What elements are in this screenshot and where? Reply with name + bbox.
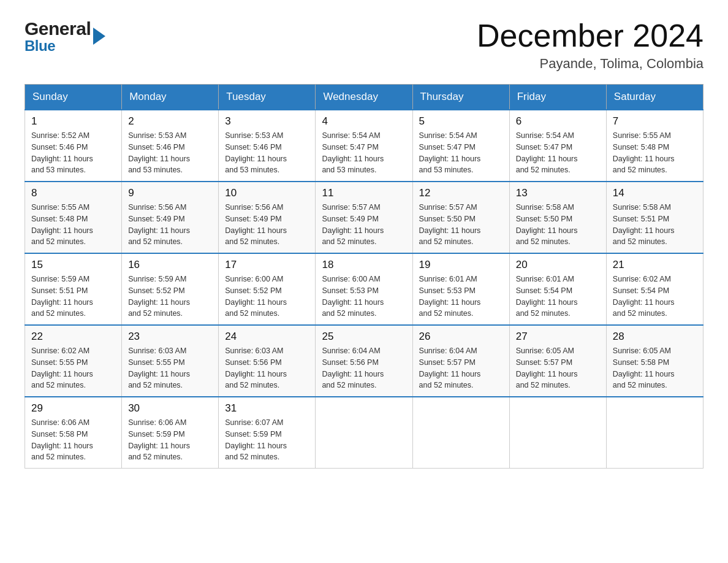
day-number: 8: [31, 187, 115, 199]
day-info: Sunrise: 6:02 AM Sunset: 5:55 PM Dayligh…: [31, 345, 115, 391]
week-row-2: 8 Sunrise: 5:55 AM Sunset: 5:48 PM Dayli…: [25, 182, 703, 253]
table-cell: 26 Sunrise: 6:04 AM Sunset: 5:57 PM Dayl…: [412, 325, 509, 397]
week-row-1: 1 Sunrise: 5:52 AM Sunset: 5:46 PM Dayli…: [25, 110, 703, 182]
day-number: 14: [613, 187, 697, 199]
table-cell: 3 Sunrise: 5:53 AM Sunset: 5:46 PM Dayli…: [219, 110, 316, 182]
day-number: 18: [322, 259, 406, 271]
table-cell: 16 Sunrise: 5:59 AM Sunset: 5:52 PM Dayl…: [122, 253, 219, 325]
table-cell: 30 Sunrise: 6:06 AM Sunset: 5:59 PM Dayl…: [122, 397, 219, 469]
table-cell: 4 Sunrise: 5:54 AM Sunset: 5:47 PM Dayli…: [316, 110, 412, 182]
day-info: Sunrise: 5:59 AM Sunset: 5:52 PM Dayligh…: [128, 274, 212, 320]
day-number: 6: [516, 115, 600, 128]
day-info: Sunrise: 5:54 AM Sunset: 5:47 PM Dayligh…: [516, 130, 600, 176]
day-number: 10: [225, 187, 309, 199]
table-cell: 1 Sunrise: 5:52 AM Sunset: 5:46 PM Dayli…: [25, 110, 122, 182]
logo-arrow-icon: [93, 25, 108, 47]
day-number: 15: [31, 259, 115, 271]
calendar-table: Sunday Monday Tuesday Wednesday Thursday…: [25, 84, 703, 469]
day-number: 21: [613, 259, 697, 271]
day-info: Sunrise: 5:58 AM Sunset: 5:51 PM Dayligh…: [613, 202, 697, 248]
day-number: 2: [128, 115, 212, 128]
table-cell: [606, 397, 703, 469]
day-info: Sunrise: 6:02 AM Sunset: 5:54 PM Dayligh…: [613, 274, 697, 320]
col-header-saturday: Saturday: [606, 85, 703, 110]
day-info: Sunrise: 5:54 AM Sunset: 5:47 PM Dayligh…: [419, 130, 503, 176]
day-number: 17: [225, 259, 309, 271]
day-info: Sunrise: 6:05 AM Sunset: 5:57 PM Dayligh…: [516, 345, 600, 391]
day-info: Sunrise: 5:53 AM Sunset: 5:46 PM Dayligh…: [128, 130, 212, 176]
day-info: Sunrise: 6:03 AM Sunset: 5:56 PM Dayligh…: [225, 345, 309, 391]
header: General Blue December 2024 Payande, Toli…: [25, 18, 703, 72]
col-header-sunday: Sunday: [25, 85, 122, 110]
day-number: 31: [225, 402, 309, 415]
day-number: 7: [613, 115, 697, 128]
day-number: 26: [419, 331, 503, 343]
table-cell: 2 Sunrise: 5:53 AM Sunset: 5:46 PM Dayli…: [122, 110, 219, 182]
day-info: Sunrise: 6:07 AM Sunset: 5:59 PM Dayligh…: [225, 417, 309, 463]
day-number: 25: [322, 331, 406, 343]
table-cell: [316, 397, 412, 469]
page-title: December 2024: [477, 18, 703, 53]
day-info: Sunrise: 5:52 AM Sunset: 5:46 PM Dayligh…: [31, 130, 115, 176]
day-info: Sunrise: 6:00 AM Sunset: 5:53 PM Dayligh…: [322, 274, 406, 320]
table-cell: 14 Sunrise: 5:58 AM Sunset: 5:51 PM Dayl…: [606, 182, 703, 253]
table-cell: 28 Sunrise: 6:05 AM Sunset: 5:58 PM Dayl…: [606, 325, 703, 397]
week-row-5: 29 Sunrise: 6:06 AM Sunset: 5:58 PM Dayl…: [25, 397, 703, 469]
header-row: Sunday Monday Tuesday Wednesday Thursday…: [25, 85, 703, 110]
day-info: Sunrise: 5:56 AM Sunset: 5:49 PM Dayligh…: [128, 202, 212, 248]
day-info: Sunrise: 6:06 AM Sunset: 5:58 PM Dayligh…: [31, 417, 115, 463]
table-cell: 10 Sunrise: 5:56 AM Sunset: 5:49 PM Dayl…: [219, 182, 316, 253]
table-cell: 18 Sunrise: 6:00 AM Sunset: 5:53 PM Dayl…: [316, 253, 412, 325]
col-header-monday: Monday: [122, 85, 219, 110]
day-info: Sunrise: 6:04 AM Sunset: 5:56 PM Dayligh…: [322, 345, 406, 391]
day-number: 11: [322, 187, 406, 199]
table-cell: 21 Sunrise: 6:02 AM Sunset: 5:54 PM Dayl…: [606, 253, 703, 325]
table-cell: 12 Sunrise: 5:57 AM Sunset: 5:50 PM Dayl…: [412, 182, 509, 253]
table-cell: 13 Sunrise: 5:58 AM Sunset: 5:50 PM Dayl…: [509, 182, 606, 253]
table-cell: [412, 397, 509, 469]
day-number: 9: [128, 187, 212, 199]
table-cell: 6 Sunrise: 5:54 AM Sunset: 5:47 PM Dayli…: [509, 110, 606, 182]
week-row-3: 15 Sunrise: 5:59 AM Sunset: 5:51 PM Dayl…: [25, 253, 703, 325]
day-number: 24: [225, 331, 309, 343]
day-info: Sunrise: 6:06 AM Sunset: 5:59 PM Dayligh…: [128, 417, 212, 463]
day-info: Sunrise: 5:57 AM Sunset: 5:49 PM Dayligh…: [322, 202, 406, 248]
day-number: 23: [128, 331, 212, 343]
table-cell: 9 Sunrise: 5:56 AM Sunset: 5:49 PM Dayli…: [122, 182, 219, 253]
day-number: 27: [516, 331, 600, 343]
day-number: 22: [31, 331, 115, 343]
day-info: Sunrise: 6:01 AM Sunset: 5:54 PM Dayligh…: [516, 274, 600, 320]
day-info: Sunrise: 5:59 AM Sunset: 5:51 PM Dayligh…: [31, 274, 115, 320]
table-cell: 11 Sunrise: 5:57 AM Sunset: 5:49 PM Dayl…: [316, 182, 412, 253]
day-info: Sunrise: 6:00 AM Sunset: 5:52 PM Dayligh…: [225, 274, 309, 320]
day-info: Sunrise: 5:56 AM Sunset: 5:49 PM Dayligh…: [225, 202, 309, 248]
day-number: 29: [31, 402, 115, 415]
logo-area: General Blue: [25, 18, 108, 54]
col-header-thursday: Thursday: [412, 85, 509, 110]
day-info: Sunrise: 6:04 AM Sunset: 5:57 PM Dayligh…: [419, 345, 503, 391]
table-cell: 19 Sunrise: 6:01 AM Sunset: 5:53 PM Dayl…: [412, 253, 509, 325]
svg-marker-0: [93, 28, 105, 45]
page-subtitle: Payande, Tolima, Colombia: [477, 56, 703, 72]
day-number: 4: [322, 115, 406, 128]
day-number: 3: [225, 115, 309, 128]
table-cell: 8 Sunrise: 5:55 AM Sunset: 5:48 PM Dayli…: [25, 182, 122, 253]
title-area: December 2024 Payande, Tolima, Colombia: [477, 18, 703, 72]
table-cell: 17 Sunrise: 6:00 AM Sunset: 5:52 PM Dayl…: [219, 253, 316, 325]
day-number: 20: [516, 259, 600, 271]
table-cell: 20 Sunrise: 6:01 AM Sunset: 5:54 PM Dayl…: [509, 253, 606, 325]
day-number: 13: [516, 187, 600, 199]
day-info: Sunrise: 5:55 AM Sunset: 5:48 PM Dayligh…: [31, 202, 115, 248]
day-number: 30: [128, 402, 212, 415]
col-header-tuesday: Tuesday: [219, 85, 316, 110]
day-info: Sunrise: 5:54 AM Sunset: 5:47 PM Dayligh…: [322, 130, 406, 176]
table-cell: 23 Sunrise: 6:03 AM Sunset: 5:55 PM Dayl…: [122, 325, 219, 397]
day-number: 12: [419, 187, 503, 199]
day-info: Sunrise: 6:01 AM Sunset: 5:53 PM Dayligh…: [419, 274, 503, 320]
table-cell: 31 Sunrise: 6:07 AM Sunset: 5:59 PM Dayl…: [219, 397, 316, 469]
day-number: 1: [31, 115, 115, 128]
week-row-4: 22 Sunrise: 6:02 AM Sunset: 5:55 PM Dayl…: [25, 325, 703, 397]
day-info: Sunrise: 6:05 AM Sunset: 5:58 PM Dayligh…: [613, 345, 697, 391]
col-header-friday: Friday: [509, 85, 606, 110]
table-cell: 29 Sunrise: 6:06 AM Sunset: 5:58 PM Dayl…: [25, 397, 122, 469]
